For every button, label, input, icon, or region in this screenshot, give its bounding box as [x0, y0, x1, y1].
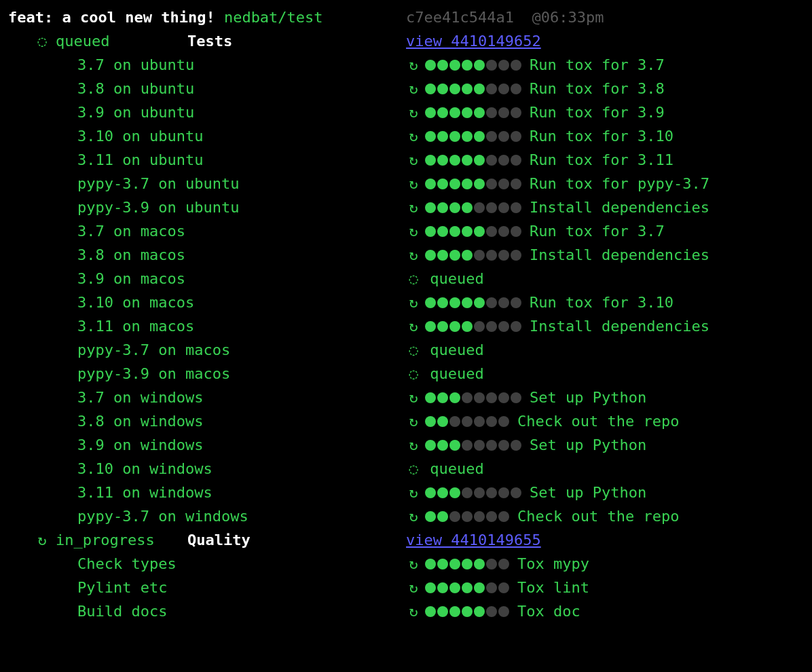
job-row: 3.11 on ubuntu↻Run tox for 3.11: [8, 148, 804, 172]
job-row: 3.10 on ubuntu↻Run tox for 3.10: [8, 124, 804, 148]
spinner-icon: ↻: [406, 314, 421, 338]
job-row: 3.7 on windows↻Set up Python: [8, 386, 804, 409]
dot-icon: [437, 582, 448, 593]
job-row: pypy-3.7 on ubuntu↻Run tox for pypy-3.7: [8, 172, 804, 195]
progress-dots: [425, 582, 511, 593]
job-step: Tox doc: [517, 599, 580, 623]
progress-dots: [425, 606, 511, 617]
dot-icon: [474, 131, 485, 142]
dot-icon: [462, 250, 473, 261]
dot-icon: [498, 107, 509, 118]
job-queued-label: queued: [430, 267, 483, 291]
dot-icon: [486, 511, 497, 522]
job-step: Run tox for 3.8: [530, 77, 665, 100]
spinner-icon: ↻: [406, 77, 421, 100]
job-name: 3.11 on macos: [77, 314, 194, 338]
dot-icon: [486, 131, 497, 142]
dot-icon: [437, 559, 448, 570]
dot-icon: [474, 392, 485, 403]
dot-icon: [511, 250, 521, 261]
dot-icon: [462, 83, 473, 94]
dot-icon: [474, 107, 485, 118]
job-queued-label: queued: [430, 362, 483, 386]
dot-icon: [498, 321, 509, 332]
spinner-icon: ↻: [406, 172, 421, 195]
dot-icon: [437, 511, 448, 522]
dot-icon: [486, 202, 497, 213]
job-name: Check types: [77, 552, 177, 576]
dot-icon: [437, 83, 448, 94]
group-title: Tests: [187, 29, 232, 53]
dot-icon: [425, 392, 436, 403]
dot-icon: [511, 179, 521, 189]
dot-icon: [449, 606, 460, 617]
job-row: 3.7 on macos↻Run tox for 3.7: [8, 219, 804, 243]
dot-icon: [474, 60, 485, 71]
job-row: Pylint etc↻Tox lint: [8, 576, 804, 599]
job-row: 3.11 on macos↻Install dependencies: [8, 314, 804, 338]
job-row: 3.7 on ubuntu↻Run tox for 3.7: [8, 53, 804, 77]
job-row: 3.8 on windows↻Check out the repo: [8, 409, 804, 433]
dot-icon: [511, 202, 521, 213]
dot-icon: [425, 606, 436, 617]
dot-icon: [449, 226, 460, 237]
workflow-group-header: ↻ in_progressQualityview 4410149655: [8, 528, 804, 552]
dot-icon: [511, 83, 521, 94]
view-run-link[interactable]: view 4410149655: [406, 528, 541, 552]
dot-icon: [425, 440, 436, 451]
dot-icon: [437, 250, 448, 261]
spinner-icon: ↻: [406, 504, 421, 528]
dot-icon: [511, 155, 521, 166]
spinner-icon: ↻: [406, 291, 421, 314]
view-run-link[interactable]: view 4410149652: [406, 29, 541, 53]
job-name: 3.11 on windows: [77, 481, 213, 504]
progress-dots: [425, 179, 523, 189]
dot-icon: [486, 60, 497, 71]
spinner-icon: ↻: [406, 552, 421, 576]
dot-icon: [511, 226, 521, 237]
dot-icon: [425, 202, 436, 213]
dot-icon: [462, 582, 473, 593]
job-row: 3.9 on windows↻Set up Python: [8, 433, 804, 457]
job-step: Run tox for pypy-3.7: [530, 172, 709, 195]
job-row: 3.8 on macos↻Install dependencies: [8, 243, 804, 267]
job-step: Install dependencies: [530, 314, 709, 338]
spinner-icon: ↻: [406, 148, 421, 172]
job-row: 3.9 on macos◌ queued: [8, 267, 804, 291]
dot-icon: [498, 131, 509, 142]
dot-icon: [449, 83, 460, 94]
dot-icon: [498, 155, 509, 166]
dot-icon: [474, 226, 485, 237]
progress-dots: [425, 440, 523, 451]
dot-icon: [425, 155, 436, 166]
progress-dots: [425, 83, 523, 94]
dot-icon: [449, 179, 460, 189]
dot-icon: [437, 440, 448, 451]
dot-icon: [437, 202, 448, 213]
dot-icon: [498, 582, 509, 593]
dot-icon: [462, 131, 473, 142]
dot-icon: [498, 606, 509, 617]
dot-icon: [498, 511, 509, 522]
job-step: Set up Python: [530, 433, 646, 457]
progress-dots: [425, 107, 523, 118]
job-name: pypy-3.7 on macos: [77, 338, 230, 362]
dot-icon: [437, 155, 448, 166]
dot-icon: [462, 392, 473, 403]
clock-icon: ◌: [38, 33, 56, 50]
progress-dots: [425, 559, 511, 570]
dot-icon: [425, 83, 436, 94]
dot-icon: [511, 107, 521, 118]
job-name: Pylint etc: [77, 576, 167, 599]
dot-icon: [474, 511, 485, 522]
job-row: pypy-3.9 on macos◌ queued: [8, 362, 804, 386]
dot-icon: [425, 511, 436, 522]
progress-dots: [425, 511, 511, 522]
dot-icon: [449, 582, 460, 593]
dot-icon: [498, 487, 509, 498]
dot-icon: [425, 416, 436, 427]
commit-header: feat: a cool new thing! nedbat/testc7ee4…: [8, 5, 804, 29]
job-name: 3.7 on ubuntu: [77, 53, 194, 77]
dot-icon: [486, 487, 497, 498]
job-name: 3.7 on windows: [77, 386, 203, 409]
